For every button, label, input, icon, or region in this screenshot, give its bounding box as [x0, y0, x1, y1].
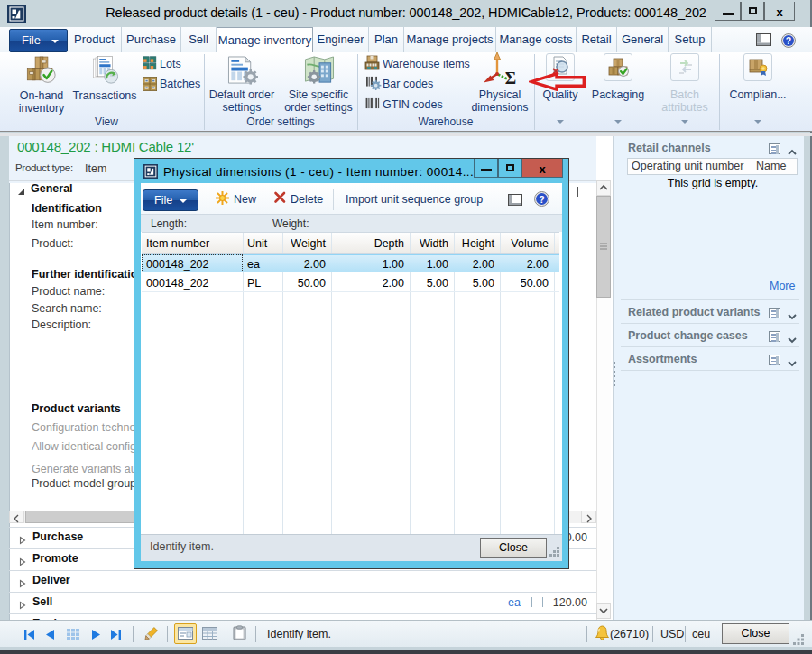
svg-text:Σ: Σ — [505, 69, 516, 88]
svg-text:?: ? — [539, 194, 544, 205]
svg-text:?: ? — [786, 35, 791, 46]
